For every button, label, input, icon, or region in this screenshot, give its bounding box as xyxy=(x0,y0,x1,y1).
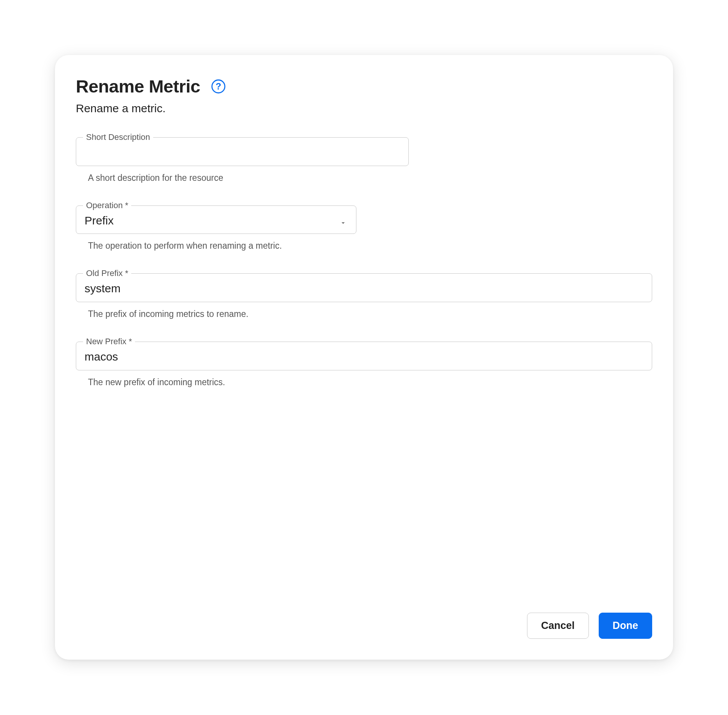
short-description-input[interactable] xyxy=(76,141,408,166)
new-prefix-helper: The new prefix of incoming metrics. xyxy=(88,377,652,387)
new-prefix-input[interactable] xyxy=(76,346,652,370)
short-description-helper: A short description for the resource xyxy=(88,173,652,183)
operation-box: Operation * Prefix xyxy=(76,201,356,234)
operation-select-wrap: Prefix xyxy=(76,210,356,234)
dialog-subtitle: Rename a metric. xyxy=(76,102,652,115)
old-prefix-field: Old Prefix * The prefix of incoming metr… xyxy=(76,269,652,319)
short-description-label: Short Description xyxy=(83,133,153,141)
svg-text:?: ? xyxy=(216,81,221,91)
operation-label: Operation * xyxy=(83,201,131,210)
help-icon[interactable]: ? xyxy=(211,79,226,94)
old-prefix-helper: The prefix of incoming metrics to rename… xyxy=(88,309,652,319)
dialog-title: Rename Metric xyxy=(76,76,200,97)
operation-helper: The operation to perform when renaming a… xyxy=(88,241,652,251)
old-prefix-box: Old Prefix * xyxy=(76,269,652,302)
old-prefix-label: Old Prefix * xyxy=(83,269,131,278)
form-area: Short Description A short description fo… xyxy=(76,133,652,613)
dialog-card: Rename Metric ? Rename a metric. Short D… xyxy=(55,55,673,660)
done-button[interactable]: Done xyxy=(599,613,653,639)
dialog-header: Rename Metric ? xyxy=(76,76,652,97)
short-description-box: Short Description xyxy=(76,133,409,166)
new-prefix-label: New Prefix * xyxy=(83,337,135,346)
operation-field: Operation * Prefix The operation to perf… xyxy=(76,201,652,251)
old-prefix-input[interactable] xyxy=(76,278,652,302)
operation-select[interactable]: Prefix xyxy=(76,210,356,234)
cancel-button[interactable]: Cancel xyxy=(527,613,589,639)
short-description-field: Short Description A short description fo… xyxy=(76,133,652,183)
new-prefix-box: New Prefix * xyxy=(76,337,652,370)
new-prefix-field: New Prefix * The new prefix of incoming … xyxy=(76,337,652,387)
dialog-button-row: Cancel Done xyxy=(76,613,652,639)
